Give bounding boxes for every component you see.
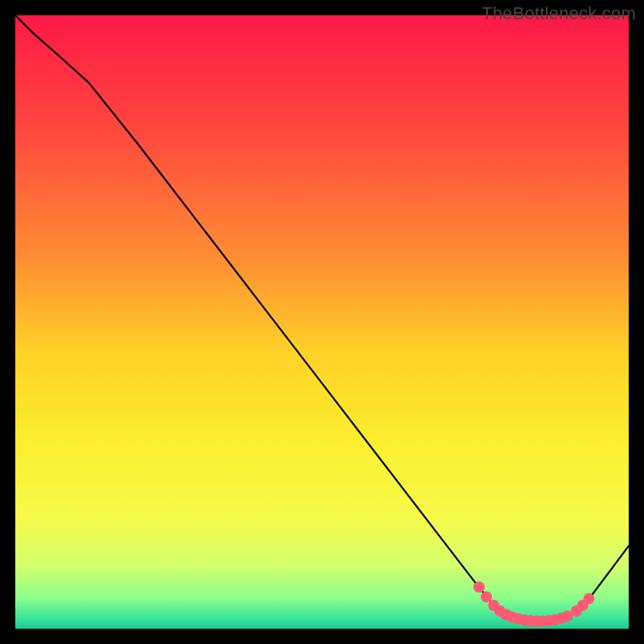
chart-svg [15, 15, 629, 629]
watermark-text: TheBottleneck.com [481, 3, 636, 24]
marker [473, 581, 485, 592]
marker [481, 591, 492, 602]
plot-area [15, 15, 629, 629]
chart-background [15, 15, 629, 629]
marker [583, 593, 594, 605]
chart-container: TheBottleneck.com [0, 0, 644, 644]
